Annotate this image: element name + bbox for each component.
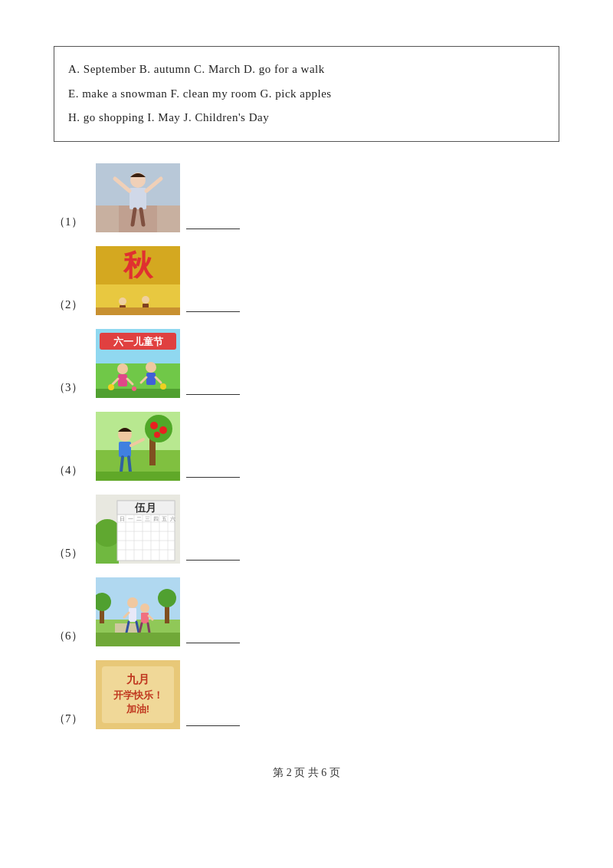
svg-point-39 [154,432,160,438]
item-label: （3） [54,380,96,398]
footer-text: 第 2 页 共 6 页 [273,767,340,778]
svg-point-31 [132,386,136,391]
svg-text:二: 二 [136,516,142,521]
item-row: （2） 秋 [54,246,559,315]
item-row: （1） [54,163,559,232]
svg-rect-82 [141,613,149,623]
svg-rect-86 [96,633,180,646]
item-label: （7） [54,712,96,729]
item-row: （4） [54,412,559,481]
svg-point-76 [127,597,138,608]
svg-text:九月: 九月 [126,672,149,686]
svg-rect-41 [119,442,131,457]
svg-text:一: 一 [128,516,133,521]
svg-point-81 [140,603,149,613]
svg-point-30 [108,384,114,390]
svg-point-32 [160,383,166,390]
svg-rect-26 [146,373,156,385]
svg-point-14 [142,296,149,304]
svg-text:伍月: 伍月 [134,501,156,514]
svg-text:三: 三 [145,516,150,521]
options-line-1: A. September B. autumn C. March D. go fo… [68,58,545,82]
item-label: （6） [54,629,96,646]
item-row: （3） 六一儿童节 [54,329,559,398]
options-line-3: H. go shopping I. May J. Children's Day [68,106,545,130]
options-line-2: E. make a snowman F. clean my room G. pi… [68,82,545,107]
svg-line-85 [148,623,149,633]
svg-text:开学快乐！: 开学快乐！ [113,689,163,701]
svg-text:加油!: 加油! [126,703,149,715]
svg-point-12 [119,298,126,305]
svg-rect-2 [119,205,157,232]
svg-text:日: 日 [120,516,125,521]
answer-blank-1[interactable] [186,229,240,229]
svg-line-43 [121,457,123,472]
answer-blank-5[interactable] [186,560,240,561]
item-row: （7） 九月 开学快乐！ 加油! [54,660,559,729]
item-image-5: 伍月 日 一 二 三 [96,495,180,564]
svg-point-36 [145,415,172,442]
item-label: （1） [54,215,96,232]
item-label: （4） [54,463,96,481]
item-image-6 [96,577,180,646]
svg-line-7 [133,209,135,225]
svg-point-25 [146,362,156,373]
svg-point-38 [159,426,167,434]
answer-blank-4[interactable] [186,477,240,478]
svg-rect-45 [96,472,180,481]
item-row: （5） 伍月 [54,495,559,564]
svg-rect-4 [129,188,146,209]
item-image-4 [96,412,180,481]
answer-blank-3[interactable] [186,394,240,395]
answer-blank-6[interactable] [186,643,240,643]
svg-text:六一儿童节: 六一儿童节 [113,336,164,347]
answer-blank-7[interactable] [186,725,240,726]
svg-text:秋: 秋 [123,249,154,281]
svg-text:四: 四 [153,516,159,521]
item-row: （6） [54,577,559,646]
svg-text:五: 五 [162,516,167,521]
svg-line-44 [129,457,130,472]
item-image-3: 六一儿童节 [96,329,180,398]
svg-point-37 [150,422,158,429]
items-section: （1） [54,163,559,743]
item-label: （2） [54,298,96,315]
options-box: A. September B. autumn C. March D. go fo… [54,46,559,142]
svg-text:六: 六 [170,516,175,521]
answer-blank-2[interactable] [186,311,240,312]
item-image-2: 秋 [96,246,180,315]
svg-rect-16 [96,307,180,315]
item-image-7: 九月 开学快乐！ 加油! [96,660,180,729]
item-label: （5） [54,546,96,564]
svg-rect-29 [96,389,180,398]
page: A. September B. autumn C. March D. go fo… [0,0,613,868]
svg-point-75 [158,589,176,607]
svg-rect-77 [129,608,136,622]
svg-point-21 [117,363,128,374]
item-image-1 [96,163,180,232]
svg-line-8 [141,209,143,225]
svg-rect-22 [118,374,127,386]
page-footer: 第 2 页 共 6 页 [54,766,559,780]
